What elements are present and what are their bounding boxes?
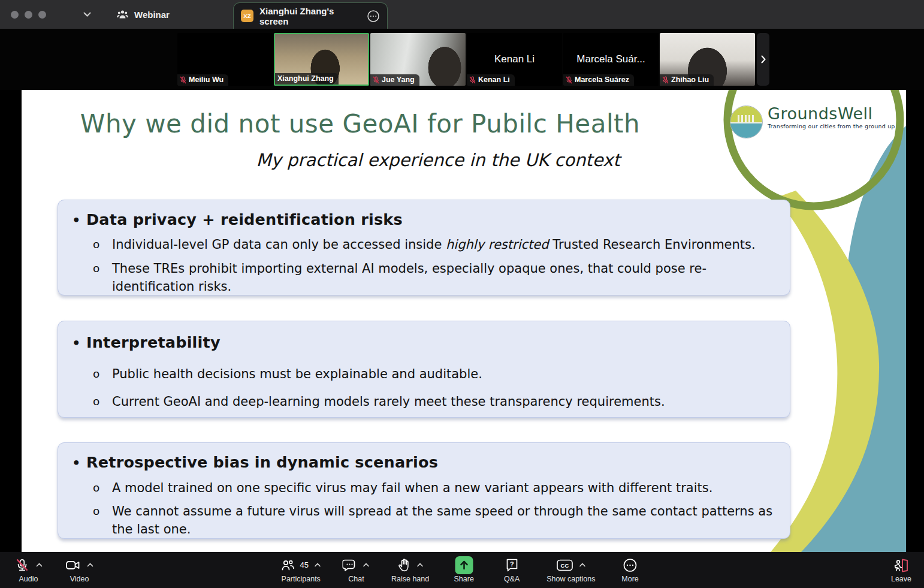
muted-mic-icon <box>662 76 669 84</box>
more-icon <box>623 558 638 572</box>
qa-button[interactable]: ? Q&A <box>499 552 525 588</box>
slide-box-data-privacy: •Data privacy + reidentification risks o… <box>58 200 790 295</box>
list-item: oThese TREs prohibit importing external … <box>67 260 774 295</box>
heading-bullet: • <box>67 336 86 351</box>
closed-captions-icon: CC <box>556 559 573 571</box>
participant-video-strip: Meiliu Wu Xianghui Zhang Jue Yang Kenan … <box>0 29 924 90</box>
leave-label: Leave <box>891 575 911 583</box>
raise-hand-icon <box>397 558 410 572</box>
captions-button[interactable]: CC Show captions <box>546 552 595 588</box>
minimize-window-button[interactable] <box>25 11 32 19</box>
raise-hand-button[interactable]: Raise hand <box>391 552 429 588</box>
people-group-icon <box>116 10 129 20</box>
window-controls <box>11 11 46 19</box>
svg-text:CC: CC <box>560 562 569 569</box>
video-button[interactable]: Video <box>65 552 93 588</box>
chevron-up-icon[interactable] <box>315 563 321 567</box>
video-tile-zhihao-liu[interactable]: Zhihao Liu <box>660 33 755 86</box>
leave-button[interactable]: Leave <box>888 552 914 588</box>
close-window-button[interactable] <box>11 11 19 19</box>
participant-name-badge: Marcela Suárez <box>563 74 634 86</box>
video-label: Video <box>70 575 89 583</box>
chevron-up-icon[interactable] <box>36 563 43 567</box>
box-heading: Interpretability <box>86 333 221 351</box>
share-button[interactable]: Share <box>451 552 477 588</box>
chevron-up-icon[interactable] <box>416 563 423 567</box>
muted-mic-icon <box>14 558 30 572</box>
chat-icon <box>343 558 357 572</box>
participants-icon <box>280 559 295 572</box>
chat-button[interactable]: Chat <box>343 552 370 588</box>
participant-name-badge: Xianghui Zhang <box>275 73 339 85</box>
meeting-toolbar: Audio Video 45 Participants <box>0 552 924 588</box>
initials-badge: XZ <box>241 10 253 22</box>
tab-webinar-label: Webinar <box>134 10 170 20</box>
list-item: oA model trained on one specific virus m… <box>67 480 774 497</box>
list-item: oWe cannot assume a future virus will sp… <box>67 503 774 538</box>
box-heading: Retrospective bias in dynamic scenarios <box>86 453 438 471</box>
zoom-webinar-window: Webinar XZ Xianghui Zhang's screen Meili… <box>0 0 924 588</box>
muted-mic-icon <box>373 76 379 84</box>
chevron-right-icon <box>761 55 766 64</box>
groundswell-logo-icon <box>730 105 763 138</box>
video-tile-marcela-suarez[interactable]: Marcela Suár... Marcela Suárez <box>563 33 659 86</box>
audio-button[interactable]: Audio <box>14 552 43 588</box>
slide-box-retrospective-bias: •Retrospective bias in dynamic scenarios… <box>58 442 790 539</box>
participants-button[interactable]: 45 Participants <box>280 552 321 588</box>
more-options-icon[interactable] <box>367 10 380 23</box>
participants-count: 45 <box>300 560 308 569</box>
groundswell-logo: GroundsWell Transforming our cities from… <box>730 105 895 138</box>
captions-label: Show captions <box>546 575 595 583</box>
leave-meeting-icon <box>893 558 909 572</box>
more-button[interactable]: More <box>617 552 644 588</box>
logo-name: GroundsWell <box>768 105 895 122</box>
chevron-up-icon[interactable] <box>87 563 93 567</box>
tab-shared-screen[interactable]: XZ Xianghui Zhang's screen <box>234 3 387 29</box>
heading-bullet: • <box>67 456 86 471</box>
participants-label: Participants <box>282 575 321 583</box>
slide-subtitle: My practical experience in the UK contex… <box>243 150 633 170</box>
video-tile-jue-yang[interactable]: Jue Yang <box>370 33 466 86</box>
svg-text:?: ? <box>510 560 514 567</box>
video-tile-kenan-li[interactable]: Kenan Li Kenan Li <box>467 33 562 86</box>
muted-mic-icon <box>180 76 186 84</box>
raise-hand-label: Raise hand <box>391 575 429 583</box>
shared-slide: Why we did not use GeoAI for Pubilc Heal… <box>22 90 906 552</box>
share-screen-icon <box>455 556 473 574</box>
participant-name-badge: Jue Yang <box>370 74 419 86</box>
chat-label: Chat <box>348 575 364 583</box>
participant-name-badge: Zhihao Liu <box>660 74 714 86</box>
muted-mic-icon <box>566 76 572 84</box>
participant-name-badge: Meiliu Wu <box>177 74 228 86</box>
list-item: oCurrent GeoAI and deep-learning models … <box>67 393 774 411</box>
tab-shared-screen-label: Xianghui Zhang's screen <box>259 6 361 26</box>
participant-name-badge: Kenan Li <box>467 74 515 86</box>
list-item: oIndividual-level GP data can only be ac… <box>67 236 774 254</box>
video-tile-meiliu-wu[interactable]: Meiliu Wu <box>177 33 273 86</box>
slide-box-interpretability: •Interpretability oPublic health decisio… <box>58 321 790 418</box>
heading-bullet: • <box>67 213 86 228</box>
tab-webinar[interactable]: Webinar <box>116 10 170 20</box>
video-tile-xianghui-zhang[interactable]: Xianghui Zhang <box>274 33 369 86</box>
box-heading: Data privacy + reidentification risks <box>86 210 403 228</box>
qa-icon: ? <box>505 558 519 572</box>
chevron-up-icon[interactable] <box>363 563 370 567</box>
titlebar: Webinar XZ Xianghui Zhang's screen <box>0 0 924 29</box>
maximize-window-button[interactable] <box>38 11 46 19</box>
logo-tagline: Transforming our cities from the ground … <box>768 123 895 129</box>
camera-icon <box>65 559 81 572</box>
qa-label: Q&A <box>504 575 520 583</box>
list-item: oPublic health decisions must be explain… <box>67 366 774 383</box>
next-participants-button[interactable] <box>757 33 769 86</box>
chevron-down-icon[interactable] <box>83 12 91 17</box>
more-label: More <box>621 575 638 583</box>
share-label: Share <box>454 575 474 583</box>
slide-title: Why we did not use GeoAI for Pubilc Heal… <box>58 109 663 138</box>
audio-label: Audio <box>19 575 38 583</box>
chevron-up-icon[interactable] <box>579 563 585 567</box>
muted-mic-icon <box>469 76 476 84</box>
